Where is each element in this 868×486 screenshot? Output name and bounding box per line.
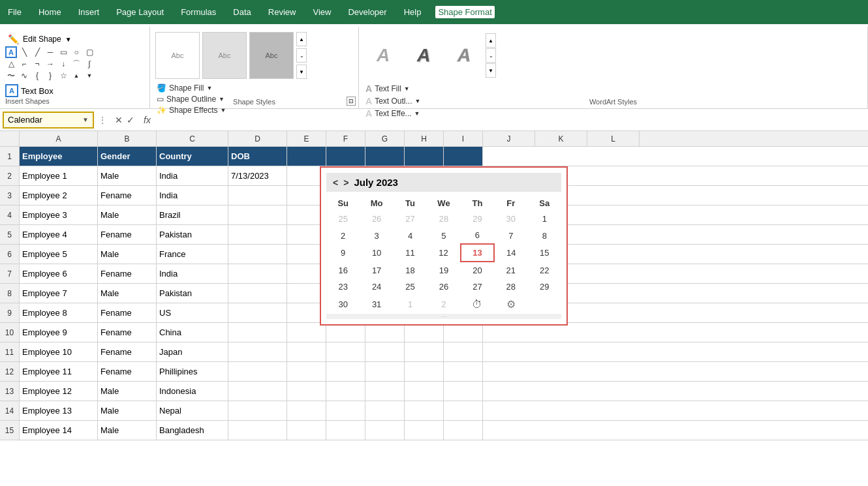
cell-i15[interactable] — [444, 421, 483, 440]
shape-wave[interactable]: 〜 — [5, 70, 17, 82]
cell-g10[interactable] — [365, 323, 405, 342]
cell-h10[interactable] — [405, 323, 444, 342]
col-header-j[interactable]: J — [483, 131, 535, 146]
cell-g1[interactable] — [365, 147, 405, 166]
calendar-day-cell[interactable]: 21 — [494, 262, 527, 279]
calendar-day-cell[interactable]: ⏱ — [461, 295, 494, 314]
cell-c13[interactable]: Indonesia — [157, 382, 228, 401]
cell-c2[interactable]: India — [157, 166, 228, 185]
shape-zag1[interactable]: ⌐ — [18, 58, 30, 70]
calendar-day-cell[interactable]: 6 — [461, 227, 494, 244]
cell-b13[interactable]: Male — [98, 382, 157, 401]
calendar-day-cell[interactable]: 15 — [528, 244, 561, 262]
calendar-day-cell[interactable]: 28 — [427, 211, 460, 227]
cell-f1[interactable] — [326, 147, 365, 166]
shape-scribble[interactable]: ∿ — [18, 70, 30, 82]
cell-g14[interactable] — [365, 401, 405, 420]
calendar-resize-handle[interactable]: ⋯ — [326, 314, 561, 319]
cell-c10[interactable]: China — [157, 323, 228, 342]
cell-b4[interactable]: Male — [98, 205, 157, 224]
style-scroll-up[interactable]: ▲ — [296, 32, 307, 46]
cell-a6[interactable]: Employee 5 — [20, 245, 98, 264]
cell-d4[interactable] — [228, 205, 287, 224]
cell-i14[interactable] — [444, 401, 483, 420]
calendar-day-cell[interactable]: 8 — [528, 227, 561, 244]
calendar-day-cell[interactable]: 23 — [326, 279, 360, 295]
calendar-day-cell[interactable]: 25 — [326, 211, 360, 227]
cell-c15[interactable]: Bangladesh — [157, 421, 228, 440]
shape-arrow-down[interactable]: ↓ — [57, 58, 69, 70]
col-header-e[interactable]: E — [287, 131, 326, 146]
wordart-scroll-up[interactable]: ▲ — [486, 33, 496, 48]
cell-c4[interactable]: Brazil — [157, 205, 228, 224]
calendar-day-cell[interactable]: 10 — [360, 244, 393, 262]
calendar-day-cell[interactable]: 3 — [360, 227, 393, 244]
cell-a12[interactable]: Employee 11 — [20, 362, 98, 381]
col-header-a[interactable]: A — [20, 131, 98, 146]
cell-c1[interactable]: Country — [157, 147, 228, 166]
calendar-day-cell[interactable]: 31 — [360, 295, 393, 314]
cell-d2[interactable]: 7/13/2023 — [228, 166, 287, 185]
shape-triangle[interactable]: △ — [5, 58, 17, 70]
calendar-day-cell[interactable]: 28 — [494, 279, 527, 295]
cell-c5[interactable]: Pakistan — [157, 225, 228, 244]
fx-button[interactable]: fx — [141, 115, 153, 125]
text-box-button[interactable]: A Text Box — [5, 84, 144, 97]
shape-styles-expand[interactable]: ⊡ — [347, 97, 356, 106]
cell-c11[interactable]: Japan — [157, 342, 228, 361]
cell-e11[interactable] — [287, 342, 326, 361]
cell-h1[interactable] — [405, 147, 444, 166]
calendar-day-cell[interactable]: 5 — [427, 227, 460, 244]
calendar-day-cell[interactable]: 25 — [394, 279, 427, 295]
menu-home[interactable]: Home — [36, 6, 64, 18]
menu-shape-format[interactable]: Shape Format — [435, 6, 494, 18]
col-header-k[interactable]: K — [535, 131, 587, 146]
cell-i1[interactable] — [444, 147, 483, 166]
cell-a9[interactable]: Employee 8 — [20, 303, 98, 322]
cell-e13[interactable] — [287, 382, 326, 401]
shape-brace-left[interactable]: { — [31, 70, 43, 82]
edit-shape-button[interactable]: ✏️ Edit Shape ▼ — [5, 32, 144, 46]
cell-a7[interactable]: Employee 6 — [20, 264, 98, 283]
cell-c3[interactable]: India — [157, 186, 228, 205]
cell-d10[interactable] — [228, 323, 287, 342]
cell-d13[interactable] — [228, 382, 287, 401]
menu-formulas[interactable]: Formulas — [178, 6, 219, 18]
menu-insert[interactable]: Insert — [76, 6, 102, 18]
shape-line1[interactable]: ╲ — [18, 46, 30, 58]
calendar-day-cell[interactable]: 11 — [394, 244, 427, 262]
calendar-day-cell[interactable]: 27 — [394, 211, 427, 227]
cell-d3[interactable] — [228, 186, 287, 205]
cell-d14[interactable] — [228, 401, 287, 420]
menu-file[interactable]: File — [5, 6, 24, 18]
calendar-day-cell[interactable]: 14 — [494, 244, 527, 262]
calendar-day-cell[interactable]: 27 — [461, 279, 494, 295]
calendar-day-cell[interactable]: 26 — [427, 279, 460, 295]
cell-b14[interactable]: Male — [98, 401, 157, 420]
cell-i13[interactable] — [444, 382, 483, 401]
cell-b5[interactable]: Fename — [98, 225, 157, 244]
calendar-day-cell[interactable]: 12 — [427, 244, 460, 262]
cell-a13[interactable]: Employee 12 — [20, 382, 98, 401]
cell-b9[interactable]: Fename — [98, 303, 157, 322]
shape-line3[interactable]: ─ — [44, 46, 56, 58]
cell-d12[interactable] — [228, 362, 287, 381]
cell-c12[interactable]: Phillipines — [157, 362, 228, 381]
text-fill-button[interactable]: A Text Fill ▼ — [364, 83, 862, 95]
wordart-scroll-mid[interactable]: ⌄ — [486, 48, 496, 63]
cell-d15[interactable] — [228, 421, 287, 440]
cell-b15[interactable]: Male — [98, 421, 157, 440]
shape-style-2[interactable]: Abc — [202, 32, 247, 79]
calendar-day-cell[interactable]: 7 — [494, 227, 527, 244]
shape-rounded-rect[interactable]: ▢ — [84, 46, 95, 58]
shape-text-icon[interactable]: A — [5, 46, 17, 58]
col-header-g[interactable]: G — [365, 131, 405, 146]
cell-g12[interactable] — [365, 362, 405, 381]
cell-a14[interactable]: Employee 13 — [20, 401, 98, 420]
calendar-day-cell[interactable]: 13 — [461, 244, 494, 262]
cell-b10[interactable]: Fename — [98, 323, 157, 342]
cell-i10[interactable] — [444, 323, 483, 342]
calendar-day-cell[interactable]: 30 — [326, 295, 360, 314]
cell-g13[interactable] — [365, 382, 405, 401]
cell-d6[interactable] — [228, 245, 287, 264]
